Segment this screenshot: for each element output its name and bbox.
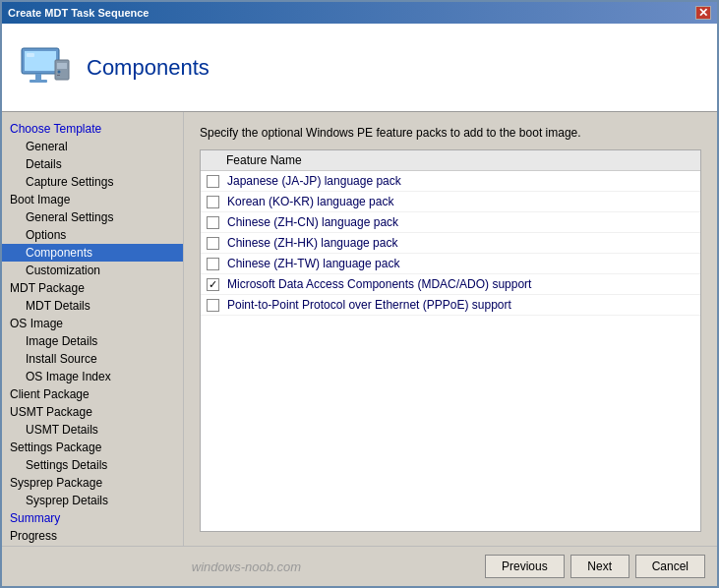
svg-rect-7	[57, 75, 60, 76]
content-area: Choose TemplateGeneralDetailsCapture Set…	[2, 112, 717, 546]
sidebar-item-choose-template[interactable]: Choose Template	[2, 120, 183, 138]
sidebar: Choose TemplateGeneralDetailsCapture Set…	[2, 112, 184, 546]
svg-rect-2	[35, 74, 41, 80]
svg-rect-5	[57, 63, 67, 69]
sidebar-item-details[interactable]: Details	[2, 155, 183, 173]
next-button[interactable]: Next	[570, 555, 629, 578]
feature-checkbox-5[interactable]	[207, 278, 219, 291]
feature-checkbox-1[interactable]	[207, 196, 219, 208]
feature-checkbox-2[interactable]	[207, 216, 219, 229]
feature-checkbox-4[interactable]	[207, 258, 219, 270]
table-row[interactable]: Microsoft Data Access Components (MDAC/A…	[201, 274, 700, 295]
sidebar-item-mdt-package[interactable]: MDT Package	[2, 279, 183, 297]
feature-label: Microsoft Data Access Components (MDAC/A…	[227, 277, 531, 291]
svg-rect-8	[27, 53, 34, 57]
sidebar-item-components[interactable]: Components	[2, 244, 183, 262]
feature-name-header: Feature Name	[226, 153, 302, 167]
sidebar-item-os-image[interactable]: OS Image	[2, 315, 183, 332]
sidebar-item-install-source[interactable]: Install Source	[2, 350, 183, 368]
table-row[interactable]: Chinese (ZH-HK) language pack	[201, 233, 700, 254]
svg-point-6	[58, 70, 61, 73]
header-area: Components	[2, 24, 717, 112]
close-button[interactable]: ✕	[695, 6, 711, 20]
sidebar-item-mdt-details[interactable]: MDT Details	[2, 297, 183, 315]
main-panel: Specify the optional Windows PE feature …	[184, 112, 717, 546]
sidebar-item-boot-image[interactable]: Boot Image	[2, 191, 183, 208]
table-row[interactable]: Point-to-Point Protocol over Ethernet (P…	[201, 295, 700, 316]
header-title: Components	[87, 55, 210, 81]
table-row[interactable]: Korean (KO-KR) language pack	[201, 192, 700, 212]
sidebar-item-options[interactable]: Options	[2, 226, 183, 244]
sidebar-item-sysprep-details[interactable]: Sysprep Details	[2, 492, 183, 509]
main-window: Create MDT Task Sequence ✕ Compone	[0, 0, 719, 588]
sidebar-item-progress[interactable]: Progress	[2, 527, 183, 545]
feature-label: Japanese (JA-JP) language pack	[227, 174, 401, 188]
sidebar-item-general[interactable]: General	[2, 138, 183, 155]
feature-label: Chinese (ZH-CN) language pack	[227, 215, 398, 229]
features-table: Feature Name Japanese (JA-JP) language p…	[200, 149, 701, 532]
table-row[interactable]: Chinese (ZH-TW) language pack	[201, 254, 700, 274]
sidebar-item-usmt-details[interactable]: USMT Details	[2, 421, 183, 439]
table-row[interactable]: Japanese (JA-JP) language pack	[201, 171, 700, 192]
feature-label: Chinese (ZH-TW) language pack	[227, 257, 399, 270]
sidebar-item-general-settings[interactable]: General Settings	[2, 208, 183, 226]
sidebar-item-image-details[interactable]: Image Details	[2, 332, 183, 350]
feature-checkbox-3[interactable]	[207, 237, 219, 250]
feature-label: Korean (KO-KR) language pack	[227, 195, 393, 208]
instruction-text: Specify the optional Windows PE feature …	[200, 126, 701, 140]
sidebar-item-usmt-package[interactable]: USMT Package	[2, 403, 183, 421]
watermark: windows-noob.com	[14, 559, 479, 574]
svg-rect-3	[30, 80, 47, 83]
feature-label: Point-to-Point Protocol over Ethernet (P…	[227, 298, 511, 312]
footer-area: windows-noob.com Previous Next Cancel	[2, 546, 717, 586]
window-title: Create MDT Task Sequence	[8, 7, 149, 19]
sidebar-item-os-image-index[interactable]: OS Image Index	[2, 368, 183, 385]
sidebar-item-capture-settings[interactable]: Capture Settings	[2, 173, 183, 191]
cancel-button[interactable]: Cancel	[635, 555, 705, 578]
sidebar-item-sysprep-package[interactable]: Sysprep Package	[2, 474, 183, 492]
feature-label: Chinese (ZH-HK) language pack	[227, 236, 397, 250]
sidebar-item-settings-package[interactable]: Settings Package	[2, 439, 183, 456]
feature-checkbox-6[interactable]	[207, 299, 219, 312]
table-row[interactable]: Chinese (ZH-CN) language pack	[201, 212, 700, 233]
previous-button[interactable]: Previous	[485, 555, 565, 578]
sidebar-item-customization[interactable]: Customization	[2, 262, 183, 279]
sidebar-item-client-package[interactable]: Client Package	[2, 385, 183, 403]
title-bar: Create MDT Task Sequence ✕	[2, 2, 717, 24]
feature-checkbox-0[interactable]	[207, 175, 219, 188]
header-icon	[18, 40, 73, 95]
sidebar-item-settings-details[interactable]: Settings Details	[2, 456, 183, 474]
sidebar-item-summary[interactable]: Summary	[2, 509, 183, 527]
table-header: Feature Name	[201, 150, 700, 171]
